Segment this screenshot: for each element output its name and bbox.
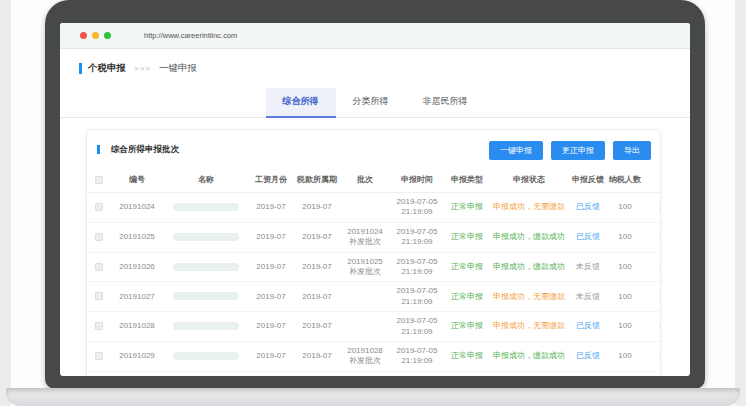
- row-checkbox[interactable]: [95, 233, 103, 241]
- address-bar[interactable]: http://www.careerintlinc.com: [144, 31, 237, 40]
- salary-month-cell: 2019-07: [249, 341, 293, 371]
- select-all-checkbox[interactable]: [95, 176, 103, 184]
- name-placeholder: [173, 233, 239, 241]
- name-placeholder: [173, 292, 239, 300]
- table-row: 201910292019-072019-0720191028补发批次2019-0…: [87, 341, 660, 371]
- checkbox-cell: [87, 252, 111, 282]
- filing-time-cell: 2019-07-0521:19:09: [389, 252, 445, 282]
- batch-cell: [341, 193, 389, 223]
- batch-panel: 综合所得申报批次 一键申报更正申报导出 编号名称工资月份税款所属期批次申报时间申…: [86, 129, 661, 376]
- name-placeholder: [173, 203, 239, 211]
- tab-1[interactable]: 分类所得: [336, 88, 406, 118]
- tab-2[interactable]: 非居民所得: [406, 88, 485, 118]
- page-content: 个税申报 >>> 一键申报 综合所得分类所得非居民所得 综合所得申报批次 一键申…: [60, 62, 690, 376]
- window-minimize-button[interactable]: [92, 32, 99, 39]
- filing-type-cell: 正常申报: [445, 282, 489, 312]
- batch-id-cell: 20191029: [111, 341, 163, 371]
- filing-status-cell: 申报成功，缴款成功: [489, 222, 569, 252]
- name-cell: [163, 341, 249, 371]
- laptop-base: [6, 388, 740, 406]
- browser-bar: http://www.careerintlinc.com: [60, 23, 690, 49]
- breadcrumb-section: 个税申报: [88, 62, 126, 75]
- filing-type-cell: 正常申报: [445, 312, 489, 342]
- clipped-value-cell: 11: [643, 312, 660, 342]
- feedback-cell: 已反馈: [569, 312, 607, 342]
- filing-time-cell: 2019-07-0521:19:09: [389, 282, 445, 312]
- batch-table-container: 编号名称工资月份税款所属期批次申报时间申报类型申报状态申报反馈纳税人数 2019…: [87, 168, 660, 376]
- table-row: 201910302019-072019-072019-07-0521:19:09…: [87, 371, 660, 376]
- column-header-clipped: [643, 168, 660, 193]
- column-header: 批次: [341, 168, 389, 193]
- taxpayer-count-cell: 100: [607, 282, 643, 312]
- table-row: 201910242019-072019-072019-07-0521:19:09…: [87, 193, 660, 223]
- section-accent-bar: [79, 63, 82, 74]
- filing-status-cell: 申报成功，缴款成功: [489, 252, 569, 282]
- checkbox-cell: [87, 312, 111, 342]
- filing-type-cell: 正常申报: [445, 341, 489, 371]
- salary-month-cell: 2019-07: [249, 252, 293, 282]
- table-row: 201910282019-072019-072019-07-0521:19:09…: [87, 312, 660, 342]
- salary-month-cell: 2019-07: [249, 282, 293, 312]
- filing-time-cell: 2019-07-0521:19:09: [389, 193, 445, 223]
- table-row: 201910272019-072019-072019-07-0521:19:09…: [87, 282, 660, 312]
- taxpayer-count-cell: 100: [607, 252, 643, 282]
- name-cell: [163, 371, 249, 376]
- row-checkbox[interactable]: [95, 352, 103, 360]
- batch-id-cell: 20191024: [111, 193, 163, 223]
- taxpayer-count-cell: 100: [607, 312, 643, 342]
- taxpayer-count-cell: 100: [607, 371, 643, 376]
- salary-month-cell: 2019-07: [249, 371, 293, 376]
- panel-action-button-1[interactable]: 更正申报: [551, 141, 605, 160]
- salary-month-cell: 2019-07: [249, 222, 293, 252]
- tax-period-cell: 2019-07: [293, 371, 341, 376]
- name-placeholder: [173, 263, 239, 271]
- name-cell: [163, 282, 249, 312]
- panel-action-button-0[interactable]: 一键申报: [489, 141, 543, 160]
- batch-id-cell: 20191026: [111, 252, 163, 282]
- name-cell: [163, 312, 249, 342]
- filing-time-cell: 2019-07-0521:19:09: [389, 371, 445, 376]
- filing-type-cell: 正常申报: [445, 371, 489, 376]
- row-checkbox[interactable]: [95, 203, 103, 211]
- breadcrumb-page[interactable]: 一键申报: [159, 62, 197, 75]
- row-checkbox[interactable]: [95, 292, 103, 300]
- batch-cell: 20191024补发批次: [341, 222, 389, 252]
- page-background: http://www.careerintlinc.com 个税申报 >>> 一键…: [0, 0, 746, 406]
- name-placeholder: [173, 352, 239, 360]
- panel-actions: 一键申报更正申报导出: [481, 139, 651, 160]
- tab-0[interactable]: 综合所得: [266, 88, 336, 118]
- taxpayer-count-cell: 100: [607, 193, 643, 223]
- tax-period-cell: 2019-07: [293, 193, 341, 223]
- filing-status-cell: 申报成功，缴款成功: [489, 371, 569, 376]
- window-close-button[interactable]: [80, 32, 87, 39]
- name-cell: [163, 193, 249, 223]
- filing-type-cell: 正常申报: [445, 193, 489, 223]
- column-header: 税款所属期: [293, 168, 341, 193]
- table-row: 201910262019-072019-0720191025补发批次2019-0…: [87, 252, 660, 282]
- salary-month-cell: 2019-07: [249, 193, 293, 223]
- row-checkbox[interactable]: [95, 322, 103, 330]
- table-header-row: 编号名称工资月份税款所属期批次申报时间申报类型申报状态申报反馈纳税人数: [87, 168, 660, 193]
- feedback-cell: 已反馈: [569, 222, 607, 252]
- filing-time-cell: 2019-07-0521:19:09: [389, 312, 445, 342]
- tax-period-cell: 2019-07: [293, 341, 341, 371]
- window-zoom-button[interactable]: [104, 32, 111, 39]
- clipped-value-cell: 11: [643, 371, 660, 376]
- taxpayer-count-cell: 100: [607, 341, 643, 371]
- clipped-value-cell: 11: [643, 282, 660, 312]
- breadcrumb-separator-icon: >>>: [134, 64, 151, 73]
- filing-status-cell: 申报成功，无需缴款: [489, 193, 569, 223]
- tab-bar: 综合所得分类所得非居民所得: [60, 88, 690, 118]
- salary-month-cell: 2019-07: [249, 312, 293, 342]
- filing-type-cell: 正常申报: [445, 252, 489, 282]
- tax-period-cell: 2019-07: [293, 312, 341, 342]
- taxpayer-count-cell: 100: [607, 222, 643, 252]
- row-checkbox[interactable]: [95, 263, 103, 271]
- feedback-cell: 已反馈: [569, 193, 607, 223]
- panel-accent-bar: [97, 145, 100, 154]
- checkbox-cell: [87, 193, 111, 223]
- column-header: 名称: [163, 168, 249, 193]
- filing-status-cell: 申报成功，缴款成功: [489, 341, 569, 371]
- panel-action-button-2[interactable]: 导出: [613, 141, 651, 160]
- filing-status-cell: 申报成功，无需缴款: [489, 312, 569, 342]
